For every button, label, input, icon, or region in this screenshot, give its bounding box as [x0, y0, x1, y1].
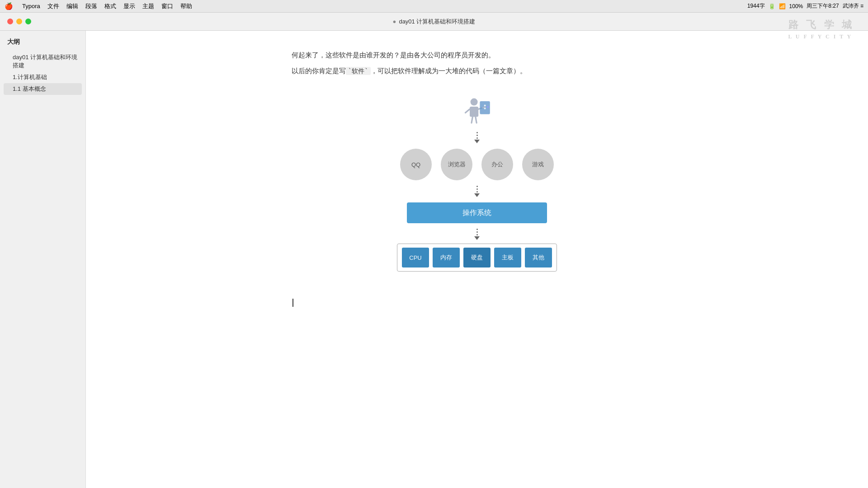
content-text-block: 何起来了，这些软件是由谁开发的？是由各大公司的程序员开发的。 以后的你肯定是写`… — [292, 49, 662, 80]
apps-row: QQ 浏览器 办公 游戏 — [400, 149, 554, 180]
maximize-button[interactable] — [25, 19, 31, 24]
app-game: 游戏 — [522, 149, 554, 180]
sidebar-item-1[interactable]: 1.计算机基础 — [0, 71, 85, 83]
apple-logo-icon[interactable]: 🍎 — [5, 2, 13, 10]
person-illustration — [459, 94, 495, 130]
text-line-2: 以后的你肯定是写`软件`，可以把软件理解成为一大堆的代码（一篇文章）。 — [292, 65, 662, 77]
svg-point-9 — [487, 106, 489, 108]
menu-format[interactable]: 格式 — [104, 2, 116, 10]
hardware-container: CPU 内存 硬盘 主板 其他 — [397, 244, 557, 272]
dot-icon: ● — [393, 18, 396, 25]
svg-line-4 — [472, 117, 472, 123]
diagram-container: QQ 浏览器 办公 游戏 操作系统 — [292, 94, 662, 272]
cursor-position[interactable] — [292, 299, 662, 307]
sidebar-header: 大纲 — [0, 38, 85, 52]
menu-bar-left: 🍎 Typora 文件 编辑 段落 格式 显示 主题 窗口 帮助 — [5, 2, 192, 10]
zoom-level: 100% — [789, 3, 803, 9]
watermark: 路 飞 学 城 L U F F Y C I T Y — [788, 31, 855, 40]
user-name: 武沛齐 ≡ — [843, 2, 863, 10]
datetime: 周三下午8:27 — [807, 2, 839, 10]
app-body: 大纲 day01 计算机基础和环境搭建 1.计算机基础 1.1 基本概念 路 飞… — [0, 31, 868, 488]
traffic-lights — [7, 19, 31, 24]
app-qq: QQ — [400, 149, 432, 180]
os-bar: 操作系统 — [407, 202, 547, 223]
main-content[interactable]: 路 飞 学 城 L U F F Y C I T Y 何起来了，这些软件是由谁开发… — [86, 31, 868, 488]
menu-paragraph[interactable]: 段落 — [85, 2, 97, 10]
watermark-line1: 路 飞 学 城 — [788, 31, 855, 32]
arrow-down-3 — [474, 229, 480, 240]
menu-edit[interactable]: 编辑 — [66, 2, 78, 10]
menu-help[interactable]: 帮助 — [180, 2, 192, 10]
watermark-line2: L U F F Y C I T Y — [788, 33, 855, 40]
svg-line-10 — [483, 107, 485, 108]
hardware-row: CPU 内存 硬盘 主板 其他 — [402, 248, 552, 267]
hw-other: 其他 — [525, 248, 552, 267]
hw-motherboard: 主板 — [494, 248, 521, 267]
menu-theme[interactable]: 主题 — [142, 2, 154, 10]
svg-point-0 — [471, 99, 478, 106]
close-button[interactable] — [7, 19, 13, 24]
hw-hdd: 硬盘 — [463, 248, 491, 267]
app-browser: 浏览器 — [441, 149, 472, 180]
menu-file[interactable]: 文件 — [47, 2, 59, 10]
status-info: 1944字 — [747, 2, 765, 10]
wifi-icon: 📶 — [779, 3, 786, 9]
hw-cpu: CPU — [402, 248, 429, 267]
menu-window[interactable]: 窗口 — [161, 2, 173, 10]
sidebar: 大纲 day01 计算机基础和环境搭建 1.计算机基础 1.1 基本概念 — [0, 31, 86, 488]
window-title: ● day01 计算机基础和环境搭建 — [393, 18, 476, 26]
app-office: 办公 — [481, 149, 513, 180]
svg-point-7 — [484, 105, 486, 107]
window-title-text: day01 计算机基础和环境搭建 — [399, 18, 475, 26]
minimize-button[interactable] — [16, 19, 22, 24]
menu-display[interactable]: 显示 — [123, 2, 135, 10]
svg-point-8 — [484, 108, 486, 109]
svg-line-5 — [476, 117, 476, 123]
text-line-1: 何起来了，这些软件是由谁开发的？是由各大公司的程序员开发的。 — [292, 49, 662, 61]
svg-rect-1 — [470, 107, 478, 117]
arrow-down-2 — [474, 186, 480, 197]
sidebar-item-1-1[interactable]: 1.1 基本概念 — [4, 83, 82, 95]
menu-typora[interactable]: Typora — [22, 3, 40, 9]
sidebar-item-day01[interactable]: day01 计算机基础和环境搭建 — [0, 52, 85, 71]
menu-bar-right: 1944字 🔋 📶 100% 周三下午8:27 武沛齐 ≡ — [747, 2, 863, 10]
text-cursor — [292, 299, 293, 307]
svg-line-2 — [465, 109, 470, 113]
code-inline-software: `软件` — [346, 67, 371, 75]
menu-bar: 🍎 Typora 文件 编辑 段落 格式 显示 主题 窗口 帮助 1944字 🔋… — [0, 0, 868, 13]
arrow-down-1 — [474, 132, 480, 143]
hw-memory: 内存 — [433, 248, 460, 267]
window-title-bar: ● day01 计算机基础和环境搭建 — [0, 13, 868, 31]
battery-icon: 🔋 — [769, 3, 775, 9]
